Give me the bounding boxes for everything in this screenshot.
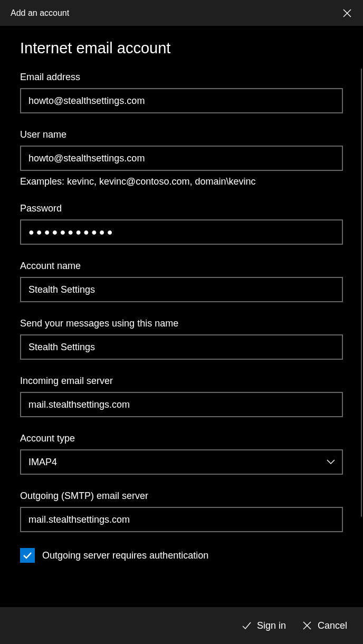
cancel-label: Cancel [318, 620, 347, 631]
incoming-server-input[interactable] [20, 392, 343, 417]
account-type-field-group: Account type [20, 433, 343, 475]
username-hint: Examples: kevinc, kevinc@contoso.com, do… [20, 176, 343, 187]
footer: Sign in Cancel [0, 607, 363, 644]
password-input[interactable] [20, 219, 343, 245]
window-title: Add an account [11, 8, 69, 18]
outgoing-auth-checkbox[interactable] [20, 548, 35, 563]
username-input[interactable] [20, 146, 343, 171]
account-name-field-group: Account name [20, 261, 343, 302]
close-icon [343, 9, 351, 17]
content-area: Internet email account Email address Use… [0, 26, 363, 607]
account-name-input[interactable] [20, 277, 343, 302]
outgoing-server-label: Outgoing (SMTP) email server [20, 491, 343, 502]
password-label: Password [20, 203, 343, 214]
scrollbar[interactable] [361, 69, 362, 517]
incoming-server-label: Incoming email server [20, 376, 343, 387]
send-name-input[interactable] [20, 334, 343, 360]
signin-label: Sign in [257, 620, 286, 631]
signin-button[interactable]: Sign in [241, 620, 286, 631]
password-field-group: Password [20, 203, 343, 245]
send-name-label: Send your messages using this name [20, 318, 343, 329]
email-label: Email address [20, 72, 343, 83]
account-name-label: Account name [20, 261, 343, 272]
email-field-group: Email address [20, 72, 343, 113]
outgoing-auth-row: Outgoing server requires authentication [20, 548, 343, 563]
outgoing-server-input[interactable] [20, 507, 343, 532]
close-button[interactable] [342, 8, 352, 18]
send-name-field-group: Send your messages using this name [20, 318, 343, 360]
email-input[interactable] [20, 88, 343, 113]
account-type-label: Account type [20, 433, 343, 444]
outgoing-auth-label: Outgoing server requires authentication [42, 550, 208, 561]
account-type-select[interactable] [20, 449, 343, 475]
titlebar: Add an account [0, 0, 363, 26]
outgoing-server-field-group: Outgoing (SMTP) email server [20, 491, 343, 532]
close-icon [302, 620, 312, 631]
username-label: User name [20, 129, 343, 140]
checkmark-icon [241, 620, 252, 631]
page-title: Internet email account [20, 40, 343, 57]
cancel-button[interactable]: Cancel [302, 620, 347, 631]
username-field-group: User name Examples: kevinc, kevinc@conto… [20, 129, 343, 187]
checkmark-icon [22, 550, 33, 561]
incoming-server-field-group: Incoming email server [20, 376, 343, 417]
